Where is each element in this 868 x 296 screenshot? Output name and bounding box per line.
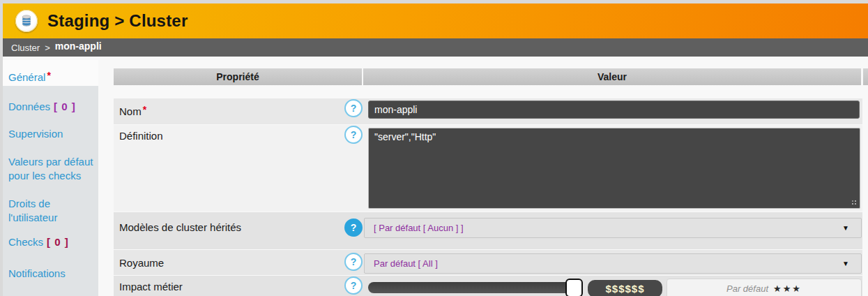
selected-value: Par défaut [ All ] (374, 258, 438, 269)
definition-textarea[interactable]: "server","Http" (368, 128, 860, 209)
breadcrumb-current: mon-appli (55, 40, 102, 52)
sidebar-item-droits-utilisateur[interactable]: Droits de l'utilisateur (8, 197, 95, 225)
impact-value-badge: $$$$$$ (588, 280, 662, 296)
modeles-select[interactable]: [ Par défaut [ Aucun ] ] ▼ (364, 218, 862, 238)
database-icon (15, 10, 38, 32)
sidebar-item-label: Valeurs par défaut pour les checks (8, 156, 93, 182)
count-badge: [ 0 ] (54, 101, 76, 112)
field-label-royaume: Royaume (119, 257, 164, 269)
sidebar-item-label: Données (8, 101, 50, 112)
sidebar-item-valeurs-par-defaut[interactable]: Valeurs par défaut pour les checks (8, 155, 95, 183)
stars-rating: ★★★ (773, 283, 802, 294)
sidebar-item-donnees[interactable]: Données[ 0 ] (8, 100, 95, 114)
table-row-definition: Définition ? "server","Http" (114, 125, 862, 212)
breadcrumb-root[interactable]: Cluster (11, 43, 40, 53)
sidebar-item-supervision[interactable]: Supervision (8, 127, 95, 141)
resize-grip-icon[interactable] (855, 203, 856, 205)
sidebar-item-notifications[interactable]: Notifications (8, 267, 95, 281)
required-marker: * (47, 70, 50, 81)
table-row-modeles: Modèles de cluster hérités ? [ Par défau… (114, 212, 862, 249)
help-icon[interactable]: ? (344, 99, 363, 117)
required-marker: * (143, 104, 146, 115)
default-label: Par défaut (726, 283, 768, 294)
sidebar-item-label: Droits de l'utilisateur (8, 198, 57, 223)
field-label-modeles: Modèles de cluster hérités (119, 221, 241, 233)
field-label-definition: Définition (119, 130, 163, 142)
count-badge: [ 0 ] (47, 236, 69, 248)
sidebar-item-expert[interactable]: Expert (8, 293, 95, 296)
app-header: Staging > Cluster (3, 3, 868, 38)
column-header-stub (863, 68, 868, 85)
table-row-nom: Nom* ? (114, 98, 862, 124)
chevron-down-icon: ▼ (842, 260, 849, 267)
help-icon[interactable]: ? (344, 276, 363, 295)
selected-value: [ Par défaut [ Aucun ] ] (374, 223, 464, 233)
page-title: Staging > Cluster (47, 11, 188, 31)
breadcrumb: Cluster > mon-appli (3, 38, 868, 57)
table-row-royaume: Royaume ? Par défaut [ All ] ▼ (114, 250, 862, 275)
help-icon[interactable]: ? (344, 253, 363, 271)
sidebar-item-label: Checks (8, 236, 43, 248)
nom-input[interactable] (368, 101, 860, 119)
sidebar: Général* Données[ 0 ] Supervision Valeur… (3, 60, 98, 296)
breadcrumb-separator: > (45, 43, 50, 53)
chevron-down-icon: ▼ (842, 224, 849, 232)
impact-slider-track[interactable] (368, 282, 580, 293)
column-header-valeur: Valeur (363, 68, 861, 85)
field-label-nom: Nom* (119, 105, 146, 117)
sidebar-item-general[interactable]: Général* (8, 71, 95, 84)
sidebar-item-label: Général (8, 71, 45, 83)
sidebar-item-label: Notifications (8, 267, 66, 279)
table-row-impact-metier: Impact métier ? $$$$$$ Par défaut ★★★ (114, 276, 862, 296)
content-area: Général* Données[ 0 ] Supervision Valeur… (3, 57, 868, 296)
impact-default-button[interactable]: Par défaut ★★★ (667, 279, 862, 296)
royaume-select[interactable]: Par défaut [ All ] ▼ (364, 253, 862, 274)
field-label-impact: Impact métier (119, 281, 183, 293)
impact-slider-handle[interactable] (565, 279, 583, 296)
sidebar-item-checks[interactable]: Checks[ 0 ] (8, 235, 95, 249)
column-header-propriete: Propriété (114, 68, 362, 85)
help-icon[interactable]: ? (344, 219, 363, 237)
help-icon[interactable]: ? (344, 126, 363, 144)
sidebar-item-label: Supervision (8, 128, 63, 140)
property-table: Propriété Valeur Nom* ? Définition ? "se… (114, 68, 862, 296)
